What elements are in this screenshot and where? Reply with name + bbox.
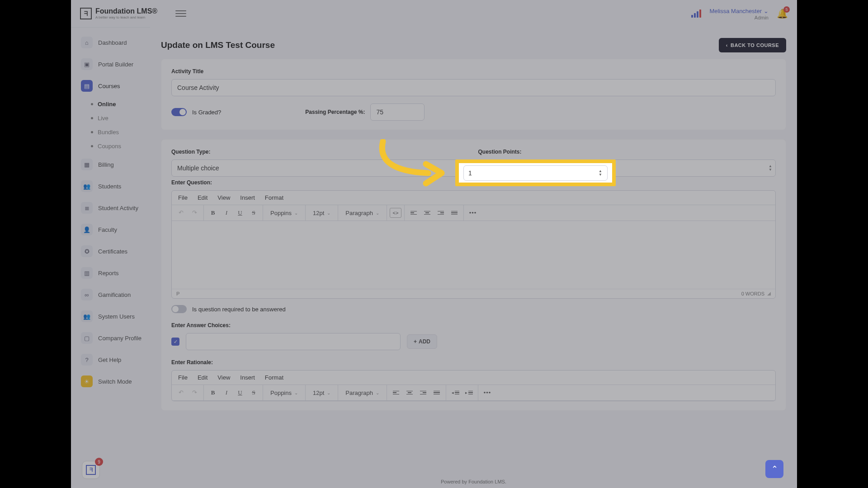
sidebar-subitem-coupons[interactable]: Coupons	[87, 139, 150, 153]
sidebar-item-student-activity[interactable]: ≣ Student Activity	[75, 198, 146, 217]
font-size-select[interactable]: 12pt⌄	[308, 387, 335, 399]
sidebar-item-portal-builder[interactable]: ▣ Portal Builder	[75, 55, 146, 74]
undo-button[interactable]: ↶	[175, 207, 187, 219]
app-badge-icon: ᖷ	[86, 465, 96, 475]
user-menu[interactable]: Melissa Manchester ⌄ Admin	[709, 7, 769, 20]
answer-correct-checkbox[interactable]: ✓	[171, 338, 179, 346]
editor-menu-format[interactable]: Format	[265, 194, 283, 201]
font-family-select[interactable]: Poppins⌄	[266, 207, 302, 219]
align-justify-button[interactable]	[448, 207, 461, 219]
is-graded-toggle[interactable]	[171, 108, 187, 116]
sub-label: Bundles	[98, 129, 119, 136]
bold-button[interactable]: B	[207, 207, 219, 219]
editor-menu-view[interactable]: View	[217, 194, 230, 201]
nav-label: Company Profile	[98, 335, 142, 342]
more-tools-button[interactable]: •••	[467, 207, 479, 219]
undo-button[interactable]: ↶	[175, 387, 187, 399]
align-center-button[interactable]	[403, 387, 416, 399]
sub-label: Online	[98, 101, 116, 108]
logo-subtitle: A better way to teach and learn	[95, 16, 157, 19]
align-justify-button[interactable]	[430, 387, 443, 399]
sidebar-item-students[interactable]: 👥 Students	[75, 177, 146, 196]
resize-handle-icon[interactable]	[767, 292, 771, 296]
activity-title-input[interactable]	[171, 79, 776, 96]
sidebar-item-company-profile[interactable]: ▢ Company Profile	[75, 328, 146, 347]
sidebar-item-gamification[interactable]: ∞ Gamification	[75, 285, 146, 304]
sidebar-subitem-bundles[interactable]: Bundles	[87, 125, 150, 139]
scroll-to-top-button[interactable]: ⌃	[765, 460, 783, 478]
sidebar-item-dashboard[interactable]: ⌂ Dashboard	[75, 33, 146, 52]
strikethrough-button[interactable]: S	[247, 387, 260, 399]
font-family-select[interactable]: Poppins⌄	[266, 387, 302, 399]
align-right-button[interactable]	[434, 207, 447, 219]
question-required-toggle[interactable]	[171, 305, 187, 313]
redo-button[interactable]: ↷	[188, 207, 201, 219]
underline-button[interactable]: U	[234, 207, 246, 219]
gamification-icon: ∞	[81, 289, 93, 300]
chevron-left-icon: ‹	[726, 42, 728, 48]
answer-choice-input[interactable]	[186, 333, 401, 350]
outdent-button[interactable]: ◂	[449, 387, 462, 399]
notifications-button[interactable]: 🔔 5	[777, 8, 788, 19]
italic-button[interactable]: I	[220, 207, 233, 219]
user-role: Admin	[709, 15, 769, 20]
indent-button[interactable]: ▸	[462, 387, 475, 399]
align-center-button[interactable]	[421, 207, 434, 219]
logo-icon: ᖷ	[80, 8, 92, 19]
sidebar-item-billing[interactable]: ▦ Billing	[75, 155, 146, 174]
editor-menu-insert[interactable]: Insert	[240, 194, 255, 201]
editor-menu-edit[interactable]: Edit	[198, 194, 208, 201]
question-points-input-highlighted[interactable]: 1	[463, 165, 608, 181]
sidebar-item-courses[interactable]: ▤ Courses	[75, 76, 146, 95]
editor-menu-edit[interactable]: Edit	[198, 374, 208, 381]
sidebar-item-faculty[interactable]: 👤 Faculty	[75, 220, 146, 239]
question-editor-body[interactable]	[172, 221, 775, 289]
signal-icon[interactable]	[691, 9, 701, 18]
bold-button[interactable]: B	[207, 387, 219, 399]
help-icon: ?	[81, 354, 93, 366]
sidebar-item-switch-mode[interactable]: ☀ Switch Mode	[75, 372, 146, 391]
sidebar-subitem-online[interactable]: Online	[87, 97, 150, 111]
block-format-select[interactable]: Paragraph⌄	[341, 207, 384, 219]
align-left-button[interactable]	[390, 387, 402, 399]
sidebar-item-certificates[interactable]: ✪ Certificates	[75, 242, 146, 261]
source-code-button[interactable]: <>	[390, 208, 401, 218]
sidebar-item-reports[interactable]: ▥ Reports	[75, 263, 146, 282]
sub-label: Live	[98, 115, 108, 122]
redo-button[interactable]: ↷	[188, 387, 201, 399]
sub-label: Coupons	[98, 143, 121, 150]
block-format-select[interactable]: Paragraph⌄	[341, 387, 384, 399]
number-spinner-icon[interactable]: ▲▼	[769, 164, 772, 172]
sidebar-item-system-users[interactable]: 👥 System Users	[75, 307, 146, 326]
sidebar-item-get-help[interactable]: ? Get Help	[75, 350, 146, 369]
align-left-button[interactable]	[407, 207, 420, 219]
courses-icon: ▤	[81, 80, 93, 92]
underline-button[interactable]: U	[234, 387, 246, 399]
passing-percentage-input[interactable]	[370, 103, 425, 121]
add-answer-button[interactable]: + ADD	[407, 334, 437, 349]
home-icon: ⌂	[81, 37, 93, 48]
is-graded-label: Is Graded?	[192, 109, 221, 116]
editor-menu-file[interactable]: File	[178, 194, 188, 201]
number-spinner-icon[interactable]: ▲▼	[599, 169, 602, 177]
sidebar-subitem-live[interactable]: Live	[87, 111, 150, 125]
brand-logo: ᖷ Foundation LMS® A better way to teach …	[80, 8, 157, 19]
plus-icon: +	[414, 338, 417, 345]
more-tools-button[interactable]: •••	[481, 387, 494, 399]
logo-title: Foundation LMS®	[95, 8, 157, 15]
sidebar-app-badge[interactable]: ᖷ 9	[82, 461, 100, 479]
editor-menu-view[interactable]: View	[217, 374, 230, 381]
font-size-select[interactable]: 12pt⌄	[308, 207, 335, 219]
menu-toggle-button[interactable]	[175, 9, 186, 19]
italic-button[interactable]: I	[220, 387, 233, 399]
rationale-label: Enter Rationale:	[171, 359, 776, 366]
back-to-course-button[interactable]: ‹ BACK TO COURSE	[719, 38, 786, 52]
editor-menu-format[interactable]: Format	[265, 374, 283, 381]
strikethrough-button[interactable]: S	[247, 207, 260, 219]
align-right-button[interactable]	[417, 387, 429, 399]
question-type-select[interactable]: Multiple choice	[171, 160, 469, 177]
bullet-icon	[91, 131, 93, 133]
editor-menu-file[interactable]: File	[178, 374, 188, 381]
editor-menu-insert[interactable]: Insert	[240, 374, 255, 381]
nav-label: Get Help	[98, 357, 121, 363]
